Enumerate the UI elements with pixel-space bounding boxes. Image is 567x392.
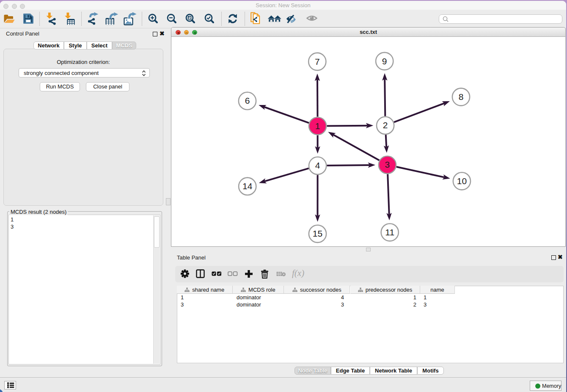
svg-text:11: 11 <box>385 227 394 237</box>
svg-text:9: 9 <box>382 56 387 66</box>
svg-text:15: 15 <box>313 229 322 238</box>
svg-text:7: 7 <box>315 57 320 66</box>
svg-text:6: 6 <box>245 96 250 105</box>
svg-text:1: 1 <box>315 121 320 131</box>
svg-text:8: 8 <box>459 92 464 102</box>
svg-text:4: 4 <box>315 160 320 170</box>
svg-text:10: 10 <box>457 176 467 186</box>
svg-text:3: 3 <box>385 160 390 169</box>
svg-text:2: 2 <box>383 120 388 130</box>
svg-text:14: 14 <box>242 181 253 191</box>
